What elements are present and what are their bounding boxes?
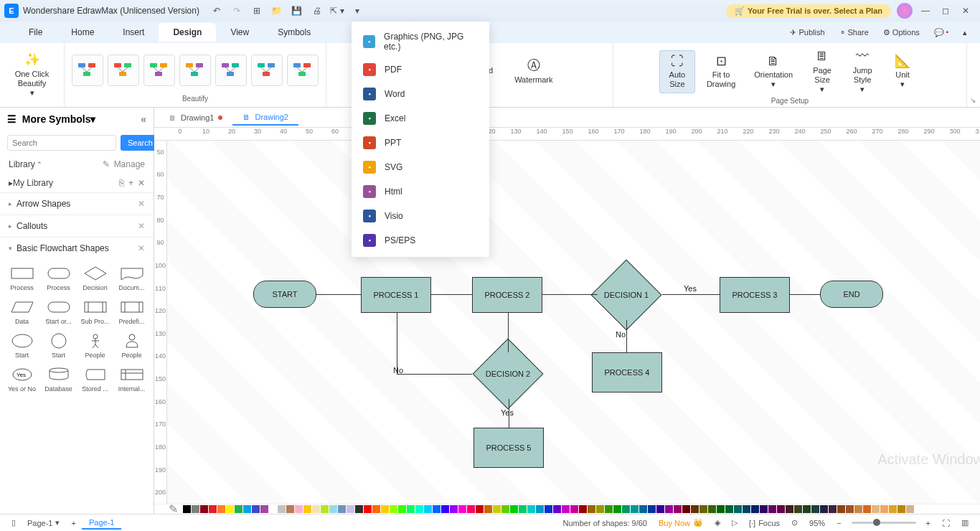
theme-tile-6[interactable] (287, 55, 319, 86)
print-button[interactable]: 🖨 (307, 2, 327, 19)
shape-internal-[interactable]: Internal... (114, 363, 149, 395)
color-swatch[interactable] (829, 505, 837, 513)
color-swatch[interactable] (527, 505, 535, 513)
theme-tile-1[interactable] (108, 55, 139, 86)
ruler-vertical[interactable]: 5060708090100110120130140150160170180190… (154, 141, 167, 504)
add-page-button[interactable]: + (65, 517, 81, 529)
user-avatar[interactable] (897, 3, 913, 19)
zoom-slider[interactable] (852, 522, 916, 524)
shape-data[interactable]: Data (4, 296, 39, 328)
color-swatch[interactable] (536, 505, 544, 513)
color-swatch[interactable] (329, 505, 337, 513)
export-button[interactable]: ⇱ ▾ (327, 2, 347, 19)
auto-size-button[interactable]: ⛶Auto Size (659, 50, 695, 93)
color-swatch[interactable] (613, 505, 621, 513)
color-swatch[interactable] (278, 505, 286, 513)
menu-view[interactable]: View (216, 23, 263, 42)
zoom-out-button[interactable]: − (831, 517, 847, 529)
color-swatch[interactable] (217, 505, 225, 513)
color-swatch[interactable] (493, 505, 501, 513)
color-swatch[interactable] (768, 505, 776, 513)
my-library-row[interactable]: ▸ My Library ⎘+✕ (0, 174, 154, 192)
play-button[interactable]: ⊙ (786, 517, 804, 529)
search-input[interactable] (7, 135, 116, 151)
eyedropper-icon[interactable]: ✎ (169, 502, 178, 516)
color-swatch[interactable] (725, 505, 733, 513)
layers-button[interactable]: ◈ (709, 517, 726, 529)
close-button[interactable]: ✕ (956, 2, 976, 19)
export-item-graphics[interactable]: ▪Graphics (PNG, JPG etc.) (352, 26, 489, 57)
color-swatch[interactable] (398, 505, 406, 513)
color-swatch[interactable] (390, 505, 397, 513)
export-item-ppt[interactable]: ▪PPT (352, 131, 489, 155)
color-swatch[interactable] (734, 505, 742, 513)
shape-decision[interactable]: Decision (77, 262, 113, 294)
fit-to-drawing-button[interactable]: ⊡Fit to Drawing (699, 51, 743, 93)
presentation-button[interactable]: ▷ (726, 517, 743, 529)
orientation-button[interactable]: 🗎Orientation ▾ (747, 51, 800, 93)
minimize-button[interactable]: — (915, 2, 936, 19)
shape-process[interactable]: Process (41, 262, 76, 294)
manage-button[interactable]: Manage (114, 159, 145, 169)
export-item-html[interactable]: ▪Html (352, 179, 489, 204)
one-click-beautify-button[interactable]: ✨One Click Beautify ▾ (8, 50, 57, 100)
import-icon[interactable]: ⎘ (119, 178, 124, 188)
doc-tab-drawing2[interactable]: 🗎 Drawing2 (232, 110, 298, 126)
redo-button[interactable]: ↷ (227, 2, 247, 19)
color-swatch[interactable] (639, 505, 647, 513)
collapse-ribbon-button[interactable]: ▴ (957, 25, 973, 40)
shape-start[interactable]: Start (41, 329, 76, 362)
outline-toggle[interactable]: ▯ (6, 517, 22, 529)
shape-start-or-[interactable]: Start or... (41, 296, 76, 328)
shape-decision-2[interactable]: DECISION 2 (468, 349, 547, 399)
color-swatch[interactable] (760, 505, 768, 513)
shape-sub-pro-[interactable]: Sub Pro... (77, 296, 113, 328)
color-swatch[interactable] (501, 505, 509, 513)
color-swatch[interactable] (682, 505, 690, 513)
ribbon-launcher-button[interactable]: ↘ (967, 43, 980, 107)
color-swatch[interactable] (183, 505, 191, 513)
canvas[interactable]: START PROCESS 1 PROCESS 2 DECISION 1 PRO… (167, 141, 980, 504)
buy-now-link[interactable]: Buy Now 👑 (653, 517, 709, 529)
color-swatch[interactable] (209, 505, 217, 513)
shape-process-1[interactable]: PROCESS 1 (361, 277, 431, 313)
color-swatch[interactable] (545, 505, 552, 513)
shape-start[interactable]: START (253, 281, 316, 308)
color-swatch[interactable] (235, 505, 242, 513)
symbols-dropdown-icon[interactable]: ▾ (90, 113, 95, 125)
options-button[interactable]: ⚙ Options (877, 25, 925, 40)
color-swatch[interactable] (889, 505, 897, 513)
fullscreen-button[interactable]: ⛶ (936, 517, 956, 529)
color-swatch[interactable] (699, 505, 707, 513)
theme-tile-2[interactable] (143, 55, 175, 86)
shape-yes-or-no[interactable]: YesYes or No (4, 363, 39, 395)
theme-tile-3[interactable] (179, 55, 211, 86)
shape-end[interactable]: END (820, 281, 883, 308)
color-swatch[interactable] (588, 505, 595, 513)
menu-file[interactable]: File (14, 23, 57, 42)
shape-docum-[interactable]: Docum... (114, 262, 149, 294)
color-swatch[interactable] (243, 505, 251, 513)
color-swatch[interactable] (854, 505, 862, 513)
theme-tile-5[interactable] (251, 55, 283, 86)
color-swatch[interactable] (570, 505, 578, 513)
shape-process[interactable]: Process (4, 262, 39, 294)
menu-symbols[interactable]: Symbols (263, 23, 325, 42)
category-basic-flowchart[interactable]: ▾Basic Flowchart Shapes✕ (0, 237, 154, 259)
color-swatch[interactable] (656, 505, 664, 513)
menu-design[interactable]: Design (159, 23, 216, 42)
color-swatch[interactable] (381, 505, 389, 513)
theme-tile-0[interactable] (72, 55, 103, 86)
sidebar-collapse-button[interactable]: « (141, 113, 146, 125)
category-arrow-shapes[interactable]: ▸Arrow Shapes✕ (0, 192, 154, 215)
color-swatch[interactable] (717, 505, 725, 513)
menu-insert[interactable]: Insert (108, 23, 159, 42)
menu-home[interactable]: Home (57, 23, 108, 42)
shape-decision-1[interactable]: DECISION 1 (590, 270, 662, 320)
color-swatch[interactable] (811, 505, 819, 513)
zoom-level[interactable]: 95% (804, 517, 831, 529)
export-item-visio[interactable]: ▪Visio (352, 204, 489, 228)
color-swatch[interactable] (433, 505, 440, 513)
color-swatch[interactable] (786, 505, 793, 513)
color-swatch[interactable] (596, 505, 604, 513)
